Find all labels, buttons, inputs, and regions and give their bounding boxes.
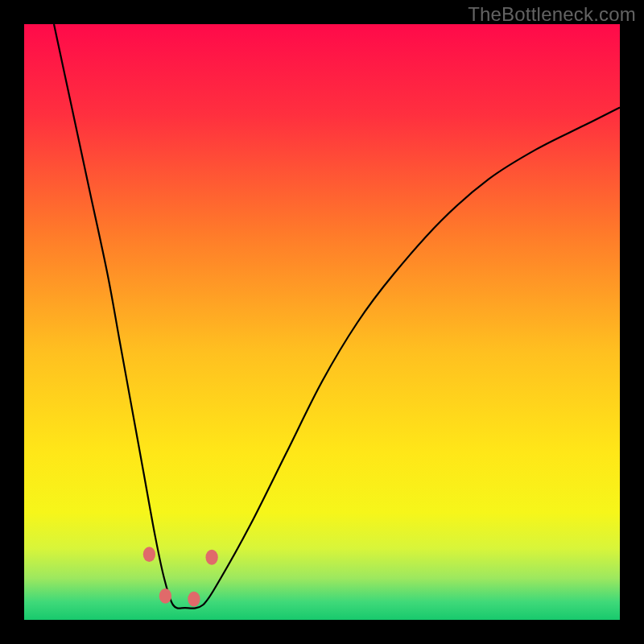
marker-dot [188, 592, 200, 607]
marker-dot [205, 550, 217, 565]
gradient-background [24, 24, 620, 620]
marker-dot [143, 547, 155, 562]
watermark-text: TheBottleneck.com [468, 3, 636, 26]
chart-frame: TheBottleneck.com [0, 0, 644, 644]
marker-dot [159, 588, 171, 604]
bottleneck-chart [24, 24, 620, 620]
